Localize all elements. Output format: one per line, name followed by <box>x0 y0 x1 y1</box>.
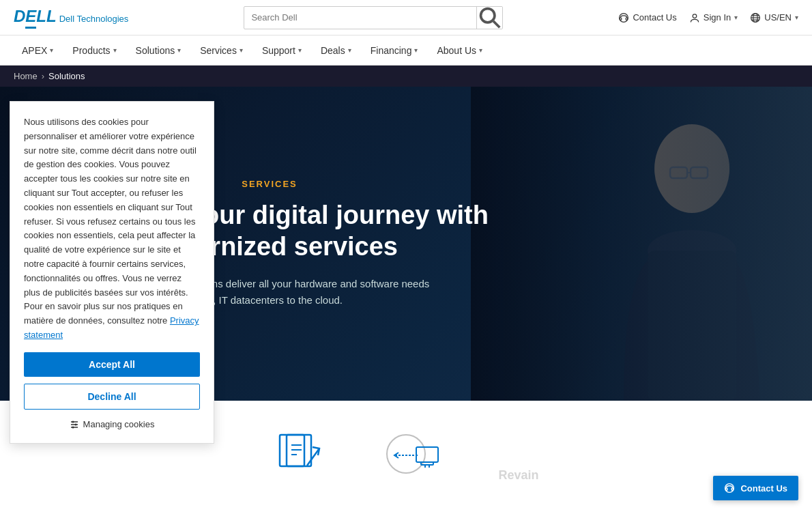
locale-chevron: ▾ <box>795 14 798 21</box>
cookie-body: Nous utilisons des cookies pour personna… <box>24 115 200 343</box>
headset-float-icon <box>724 483 735 494</box>
nav-item-about[interactable]: About Us ▾ <box>429 35 491 66</box>
nav-item-solutions[interactable]: Solutions ▾ <box>128 35 190 66</box>
nav-bar: APEX ▾ Products ▾ Solutions ▾ Services ▾… <box>0 35 812 66</box>
nav-item-support[interactable]: Support ▾ <box>254 35 310 66</box>
signin-label: Sign In <box>704 12 731 23</box>
svg-point-5 <box>693 14 697 18</box>
breadcrumb-separator: › <box>42 71 44 81</box>
services-chevron: ▾ <box>240 46 243 54</box>
accept-all-button[interactable]: Accept All <box>24 352 200 377</box>
search-input[interactable] <box>244 12 476 23</box>
decline-all-button[interactable]: Decline All <box>24 384 200 410</box>
nav-item-services[interactable]: Services ▾ <box>192 35 251 66</box>
sign-in[interactable]: Sign In ▾ <box>689 12 738 23</box>
svg-point-34 <box>74 424 76 426</box>
top-bar: D E LL Dell Technologies <box>0 0 812 35</box>
document-arrow-icon <box>273 428 328 483</box>
revain-area: Revain <box>498 468 538 483</box>
nav-item-deals[interactable]: Deals ▾ <box>313 35 360 66</box>
icon-item-1 <box>273 428 328 483</box>
support-chevron: ▾ <box>298 46 302 54</box>
globe-icon <box>750 12 761 23</box>
contact-label: Contact Us <box>633 12 676 23</box>
signin-chevron: ▾ <box>734 14 738 21</box>
hero-bg-overlay <box>471 87 812 401</box>
monitor-circle-icon <box>382 428 444 483</box>
nav-item-products[interactable]: Products ▾ <box>64 35 124 66</box>
icon-item-2 <box>382 428 444 483</box>
nav-item-apex[interactable]: APEX ▾ <box>14 35 61 66</box>
contact-us-header[interactable]: Contact Us <box>618 12 676 23</box>
page-wrapper: D E LL Dell Technologies <box>0 0 812 496</box>
svg-rect-38 <box>732 488 734 490</box>
svg-line-23 <box>307 448 319 466</box>
products-chevron: ▾ <box>113 46 117 54</box>
headset-icon <box>618 12 629 23</box>
svg-rect-25 <box>416 447 438 462</box>
svg-point-35 <box>72 427 74 429</box>
contact-float-label: Contact Us <box>740 483 787 494</box>
svg-line-1 <box>493 21 499 27</box>
about-chevron: ▾ <box>479 46 482 54</box>
revain-text: Revain <box>498 468 538 482</box>
search-button[interactable] <box>476 6 502 29</box>
svg-rect-4 <box>626 18 628 20</box>
logo[interactable]: D E LL Dell Technologies <box>14 7 128 29</box>
svg-rect-3 <box>620 18 622 20</box>
cookie-popup: Nous utilisons des cookies pour personna… <box>10 101 214 444</box>
svg-point-0 <box>481 9 495 23</box>
nav-item-financing[interactable]: Financing ▾ <box>362 35 426 66</box>
breadcrumb: Home › Solutions <box>0 66 812 87</box>
contact-float-button[interactable]: Contact Us <box>713 476 798 496</box>
person-icon <box>689 12 700 23</box>
locale-label: US/EN <box>764 12 792 23</box>
manage-cookies[interactable]: Managing cookies <box>24 419 200 429</box>
financing-chevron: ▾ <box>414 46 418 54</box>
sliders-icon <box>70 419 79 429</box>
top-actions: Contact Us Sign In ▾ US/EN <box>618 12 798 23</box>
solutions-chevron: ▾ <box>177 46 181 54</box>
svg-point-33 <box>72 421 74 423</box>
svg-point-24 <box>387 435 425 473</box>
breadcrumb-current: Solutions <box>48 71 85 81</box>
deals-chevron: ▾ <box>348 46 351 54</box>
breadcrumb-home[interactable]: Home <box>14 71 38 81</box>
svg-rect-37 <box>726 488 727 490</box>
brand-technologies: Dell Technologies <box>59 14 129 24</box>
search-bar <box>244 6 503 29</box>
apex-chevron: ▾ <box>50 46 53 54</box>
locale-selector[interactable]: US/EN ▾ <box>750 12 798 23</box>
